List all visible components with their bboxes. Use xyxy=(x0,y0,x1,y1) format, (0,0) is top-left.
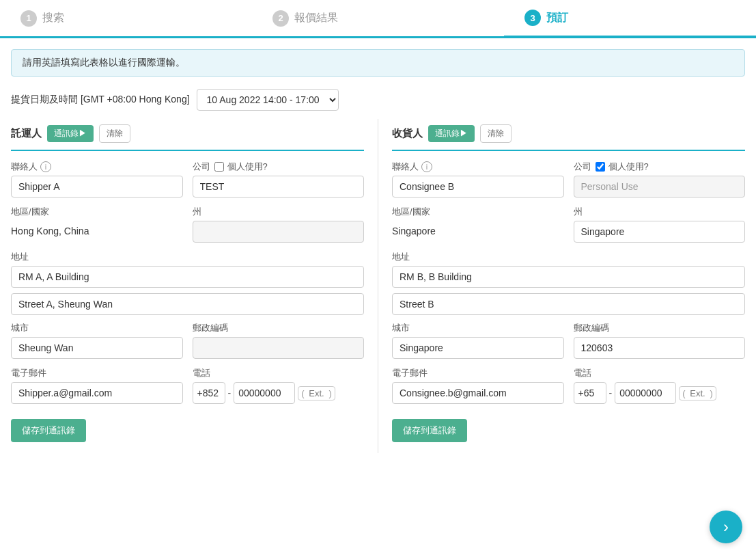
shipper-postal-label: 郵政編碼 xyxy=(193,322,228,334)
consignee-email-input[interactable] xyxy=(392,382,564,404)
step-3-label: 預訂 xyxy=(546,11,568,25)
steps-bar: 1 搜索 2 報價結果 3 預訂 xyxy=(0,0,756,38)
consignee-contact-company-row: 聯絡人 i 公司 個人使用? xyxy=(392,161,745,198)
consignee-personal-use-group: 個人使用? xyxy=(596,161,649,173)
consignee-postal-input[interactable] xyxy=(574,337,746,359)
consignee-company-group: 公司 個人使用? xyxy=(574,161,746,198)
shipper-phone-inputs: - ( ) xyxy=(193,382,365,404)
shipper-phone-ext-input[interactable] xyxy=(305,388,329,398)
shipper-region-value: Hong Kong, China xyxy=(11,221,183,241)
consignee-postal-label: 郵政編碼 xyxy=(574,322,609,334)
shipper-phone-ext-wrap: ( ) xyxy=(298,386,335,400)
shipper-city-input[interactable] xyxy=(11,337,183,359)
shipper-save-btn[interactable]: 儲存到通訊錄 xyxy=(11,419,86,442)
consignee-city-postal-row: 城市 郵政編碼 xyxy=(392,322,745,359)
consignee-phone-main[interactable] xyxy=(615,382,676,404)
consignee-email-label: 電子郵件 xyxy=(392,367,428,379)
shipper-contact-label: 聯絡人 xyxy=(11,161,38,173)
shipper-email-phone-row: 電子郵件 電話 - ( ) xyxy=(11,367,364,404)
consignee-title: 收貨人 xyxy=(392,127,423,140)
shipper-email-label: 電子郵件 xyxy=(11,367,46,379)
consignee-email-group: 電子郵件 xyxy=(392,367,564,404)
shipper-email-input[interactable] xyxy=(11,382,183,404)
consignee-header: 收貨人 通訊錄▶ 清除 xyxy=(392,119,745,151)
shipper-company-label: 公司 xyxy=(193,161,210,173)
shipper-phone-ext-close: ) xyxy=(329,388,332,398)
consignee-postal-group: 郵政編碼 xyxy=(574,322,746,359)
consignee-city-input[interactable] xyxy=(392,337,564,359)
shipper-phone-dash: - xyxy=(228,388,232,398)
notice-text: 請用英語填寫此表格以進行國際運輸。 xyxy=(23,57,185,68)
step-1-label: 搜索 xyxy=(42,11,64,25)
consignee-clear-btn[interactable]: 清除 xyxy=(480,124,512,143)
shipper-company-group: 公司 個人使用? xyxy=(193,161,365,198)
consignee-state-label: 州 xyxy=(574,206,583,218)
shipper-contact-company-row: 聯絡人 i 公司 個人使用? xyxy=(11,161,364,198)
shipper-contact-group: 聯絡人 i xyxy=(11,161,183,198)
consignee-phone-inputs: - ( ) xyxy=(574,382,746,404)
shipper-city-postal-row: 城市 郵政編碼 xyxy=(11,322,364,359)
consignee-contact-group: 聯絡人 i xyxy=(392,161,564,198)
shipper-addressbook-btn[interactable]: 通訊錄▶ xyxy=(47,125,94,142)
consignee-phone-label: 電話 xyxy=(574,367,591,379)
pickup-select[interactable]: 10 Aug 2022 14:00 - 17:00 xyxy=(197,89,339,111)
shipper-region-row: 地區/國家 Hong Kong, China 州 xyxy=(11,206,364,243)
shipper-city-group: 城市 xyxy=(11,322,183,359)
shipper-address1-input[interactable] xyxy=(11,266,364,288)
shipper-header: 託運人 通訊錄▶ 清除 xyxy=(11,119,364,151)
shipper-company-input[interactable] xyxy=(193,176,365,198)
shipper-phone-main[interactable] xyxy=(234,382,295,404)
step-2-label: 報價結果 xyxy=(294,11,338,25)
consignee-state-input[interactable] xyxy=(574,221,746,243)
consignee-region-label: 地區/國家 xyxy=(392,206,430,218)
consignee-region-row: 地區/國家 Singapore 州 xyxy=(392,206,745,243)
consignee-company-input[interactable] xyxy=(574,176,746,198)
consignee-save-btn[interactable]: 儲存到通訊錄 xyxy=(392,419,467,442)
pickup-label: 提貨日期及時間 [GMT +08:00 Hong Kong] xyxy=(11,94,190,106)
shipper-region-group: 地區/國家 Hong Kong, China xyxy=(11,206,183,243)
consignee-phone-ext-close: ) xyxy=(710,388,713,398)
consignee-personal-use-checkbox[interactable] xyxy=(596,162,605,172)
consignee-city-label: 城市 xyxy=(392,322,410,334)
consignee-contact-label: 聯絡人 xyxy=(392,161,419,173)
consignee-region-group: 地區/國家 Singapore xyxy=(392,206,564,243)
shipper-contact-input[interactable] xyxy=(11,176,183,198)
shipper-email-group: 電子郵件 xyxy=(11,367,183,404)
shipper-phone-prefix[interactable] xyxy=(193,382,225,404)
consignee-state-group: 州 xyxy=(574,206,746,243)
step-2[interactable]: 2 報價結果 xyxy=(252,0,504,36)
shipper-state-input xyxy=(193,221,365,243)
shipper-city-label: 城市 xyxy=(11,322,29,334)
shipper-personal-use-group: 個人使用? xyxy=(214,161,268,173)
consignee-company-label: 公司 xyxy=(574,161,591,173)
consignee-section: 收貨人 通訊錄▶ 清除 聯絡人 i 公司 個人使用? xyxy=(378,119,745,453)
consignee-address2-input[interactable] xyxy=(392,293,745,315)
shipper-state-group: 州 xyxy=(193,206,365,243)
consignee-region-value: Singapore xyxy=(392,221,564,241)
consignee-email-phone-row: 電子郵件 電話 - ( ) xyxy=(392,367,745,404)
consignee-contact-input[interactable] xyxy=(392,176,564,198)
shipper-postal-group: 郵政編碼 xyxy=(193,322,365,359)
shipper-address2-input[interactable] xyxy=(11,293,364,315)
step-3[interactable]: 3 預訂 xyxy=(504,0,756,38)
step-3-num: 3 xyxy=(524,10,541,26)
step-1-num: 1 xyxy=(20,10,37,27)
consignee-address-label: 地址 xyxy=(392,251,410,263)
consignee-phone-dash: - xyxy=(609,388,613,398)
shipper-section: 託運人 通訊錄▶ 清除 聯絡人 i 公司 個人使用? xyxy=(11,119,378,453)
shipper-personal-use-checkbox[interactable] xyxy=(214,162,224,172)
consignee-phone-prefix[interactable] xyxy=(574,382,606,404)
consignee-addressbook-btn[interactable]: 通訊錄▶ xyxy=(428,125,475,142)
shipper-title: 託運人 xyxy=(11,127,42,140)
step-1[interactable]: 1 搜索 xyxy=(0,0,252,36)
shipper-personal-use-label: 個人使用? xyxy=(227,161,268,173)
shipper-clear-btn[interactable]: 清除 xyxy=(99,124,130,143)
shipper-phone-label: 電話 xyxy=(193,367,210,379)
consignee-address1-input[interactable] xyxy=(392,266,745,288)
consignee-personal-use-label: 個人使用? xyxy=(608,161,649,173)
main-form: 託運人 通訊錄▶ 清除 聯絡人 i 公司 個人使用? xyxy=(0,119,756,453)
pickup-row: 提貨日期及時間 [GMT +08:00 Hong Kong] 10 Aug 20… xyxy=(0,83,756,119)
consignee-phone-ext-input[interactable] xyxy=(686,388,710,398)
shipper-address-label: 地址 xyxy=(11,251,29,263)
shipper-region-label: 地區/國家 xyxy=(11,206,49,218)
